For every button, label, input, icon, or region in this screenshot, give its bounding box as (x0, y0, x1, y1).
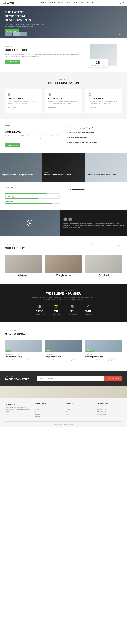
spec-exterior-readmore[interactable]: READ MORE (89, 107, 96, 108)
portfolio-readmore-3[interactable]: READ MORE (86, 178, 94, 180)
spec-interior-text: Lorem ipsum dolor sit amet, consectetur … (48, 100, 79, 104)
legacy-button[interactable]: LEARN MORE (5, 143, 20, 147)
play-button[interactable]: ▶ (27, 220, 33, 226)
nav-contact[interactable]: CONTACT (81, 2, 89, 4)
news-readmore-1[interactable]: READ MORE (5, 363, 12, 365)
footer-company-team[interactable]: Our Team (66, 406, 92, 408)
newsletter-left: SUBSCRIBE TO OUR NEWSLETTER (5, 376, 33, 381)
skill-architecture: Architecture Design 75% (5, 192, 60, 194)
footer-logo: ARCTON (5, 403, 31, 406)
accordion-dot-1 (67, 127, 68, 128)
thumbnail-2[interactable] (13, 32, 20, 36)
accordion-item-1[interactable]: What is your company philosophy? (67, 126, 122, 130)
newsletter-title: TO OUR NEWSLETTER (5, 378, 33, 381)
skill-exterior: Exterior Design 85% (5, 201, 60, 204)
news-image-3: Architecture (85, 340, 122, 352)
skill-arch-bar (5, 194, 47, 194)
hero-pagination: 01 / 04 ‹ › (115, 34, 124, 35)
nav-about[interactable]: ABOUT (49, 2, 55, 4)
news-text-3: Lorem ipsum dolor sit amet, consectetur … (85, 359, 122, 361)
skills-right-text: Excepteur sint occaecat cupidatat non pr… (67, 192, 122, 196)
portfolio-title-2: Private Residence in East Londond. (44, 174, 83, 176)
newsletter-email-input[interactable] (37, 376, 104, 381)
footer-link-about[interactable]: About Us (35, 409, 61, 410)
spec-interior-readmore[interactable]: READ MORE (48, 107, 56, 108)
hero-next-button[interactable]: › (123, 34, 124, 35)
accordion-item-2[interactable]: What did you do to make it successful? (67, 130, 122, 135)
avatar-1 (64, 217, 67, 221)
nav-pages[interactable]: PAGES (58, 2, 64, 4)
accordion-dot-3 (67, 137, 68, 138)
svg-rect-0 (4, 4, 4, 4)
builds-icon: 🏠 (35, 304, 44, 308)
newsletter-submit-button[interactable]: SUBSCRIBE NOW (104, 376, 122, 381)
newsletter-label: SUBSCRIBE (5, 376, 33, 377)
news-date-3: 05 April 2019 (85, 354, 122, 355)
footer-logo-icon (5, 403, 7, 406)
accordion-q3: Mention of your top skills? (69, 137, 87, 138)
news-title-3: Maiorum poderum sum (85, 356, 122, 358)
accordion-item-3[interactable]: Mention of your top skills? (67, 135, 122, 140)
specialization-section: SERVICES OUR SPECIALIZATION ⊞ PROJECT PL… (0, 72, 127, 119)
logo[interactable]: ARCTON (3, 1, 16, 4)
nav-shop[interactable]: SHOP (66, 2, 71, 4)
thumbnail-3[interactable] (20, 32, 28, 36)
nav-icons: 🔍 ≡ (119, 2, 124, 4)
footer-company-press[interactable]: Press (66, 414, 92, 415)
footer-company-careers[interactable]: Careers (66, 409, 92, 410)
video-section: ▶ Lorem ipsum dolor sit amet, consectetu… (0, 210, 127, 236)
news-section: LATEST NEWS NEWS & UPDATE Interior 25 Fe… (0, 322, 127, 371)
interior-icon: ⊟ (48, 92, 79, 96)
accordion-q2: What did you do to make it successful? (69, 132, 95, 134)
spec-planning-readmore[interactable]: READ MORE (8, 107, 16, 108)
news-card-3: Architecture 05 April 2019 Maiorum poder… (85, 340, 122, 365)
hero-prev-button[interactable]: ‹ (122, 34, 122, 35)
portfolio-readmore-1[interactable]: READ MORE (2, 178, 10, 180)
footer-link-portfolio[interactable]: Portfolio (35, 414, 61, 415)
green-divider (5, 44, 10, 44)
stat-clients: 🏆 20 Happy Clients (52, 304, 60, 316)
footer-link-home[interactable]: Home (35, 406, 61, 408)
search-icon[interactable]: 🔍 (119, 2, 121, 4)
svg-rect-5 (6, 404, 6, 406)
news-readmore-3[interactable]: READ MORE (85, 363, 93, 365)
spec-card-interior: ⊟ INTERIOR DESIGN Lorem ipsum dolor sit … (45, 88, 82, 113)
accordion-item-4[interactable]: How do I deactivate or delete my account… (67, 140, 122, 145)
footer-contact-title: CONTACT INFO (96, 403, 122, 405)
nav-home2[interactable]: HOME (73, 2, 79, 4)
menu-icon[interactable]: ≡ (123, 2, 124, 4)
thumbnail-1[interactable] (5, 32, 12, 36)
nav-q[interactable]: Q (92, 2, 94, 4)
legacy-title: OUR LEGACY. (5, 130, 60, 134)
footer-link-contact[interactable]: Contact (35, 416, 61, 417)
legacy-section: ABOUT US OUR LEGACY. Excepteur sint occa… (0, 119, 127, 153)
stats-label: HIGH QUALITY SOLUTIONS (5, 290, 122, 291)
footer-company-title: COMPANY (66, 403, 92, 405)
stats-section: HIGH QUALITY SOLUTIONS WE BELIEVE IN NUM… (0, 284, 127, 322)
hero-text: Lorem ipsum dolor sit amet, consectetur … (5, 24, 46, 27)
spec-card-exterior: ⊠ EXTERIOR DESIGN Lorem ipsum dolor sit … (85, 88, 122, 113)
stat-creative-name: Creative Works (68, 314, 77, 316)
footer-link-services[interactable]: Services (35, 411, 61, 412)
news-readmore-2[interactable]: READ MORE (45, 363, 53, 365)
footer-company-blog[interactable]: Blog (66, 411, 92, 412)
portfolio-tag-2: Architecture (44, 172, 83, 173)
footer: ARCTON Lorem ipsum dolor sit amet, conse… (0, 398, 127, 428)
hero-separator: / (118, 34, 118, 35)
skills-bars: Interior Design 90% Architecture Design … (5, 187, 60, 206)
legacy-right: What is your company philosophy? What di… (67, 126, 122, 147)
stat-builds-name: Amazing Builds (35, 314, 44, 316)
footer-email[interactable]: info@arcton.com (96, 414, 122, 415)
expert-photo-1 (5, 256, 42, 273)
nav-home[interactable]: HOME (41, 2, 47, 4)
expertise-button[interactable]: LEARN MORE (5, 60, 20, 64)
spec-planning-text: Lorem ipsum dolor sit amet, consectetur … (8, 100, 38, 104)
news-card-1: Interior 25 February 2019 Reprehenderit … (5, 340, 42, 365)
portfolio-card-1: Interior Design Inspiring Presence of De… (0, 153, 42, 182)
portfolio-readmore-2[interactable]: READ MORE (44, 178, 52, 180)
planning-icon: ⊞ (8, 92, 38, 96)
expertise-left: SERVICES OUR EXPERTISE. Excepteur sint o… (5, 44, 83, 64)
skill-interior: Interior Design 90% (5, 187, 60, 190)
expert-card-3: Venus Bristol Project Manager (85, 256, 122, 278)
skills-section: Interior Design 90% Architecture Design … (0, 182, 127, 210)
